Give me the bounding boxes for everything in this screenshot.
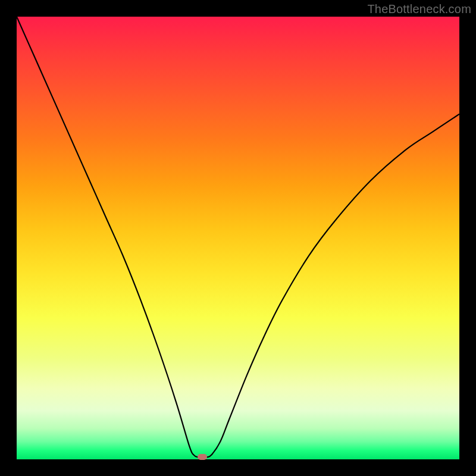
optimal-point-marker: [198, 454, 207, 460]
chart-frame: TheBottleneck.com: [0, 0, 476, 476]
plot-area: [17, 17, 459, 459]
watermark-text: TheBottleneck.com: [367, 2, 471, 16]
curve-path: [17, 17, 459, 458]
bottleneck-curve: [17, 17, 459, 459]
